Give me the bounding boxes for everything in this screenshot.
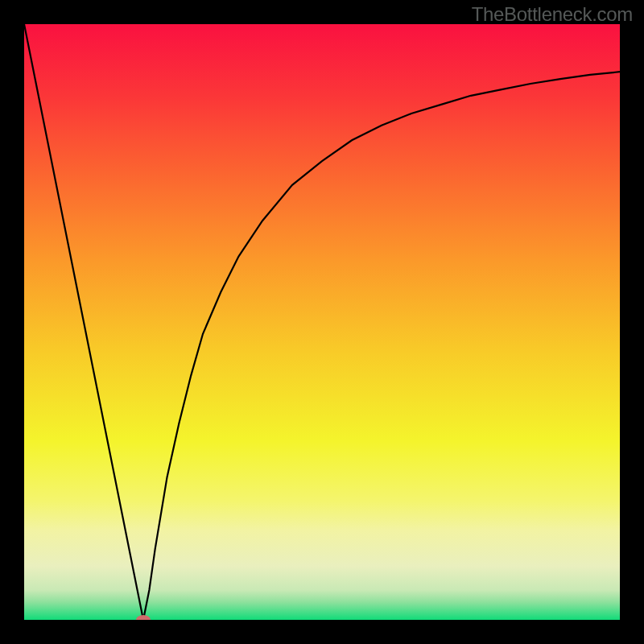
curve-path	[24, 24, 620, 620]
watermark-text: TheBottleneck.com	[472, 3, 633, 26]
bottleneck-curve	[24, 24, 620, 620]
optimal-point-marker	[136, 615, 151, 620]
plot-area	[24, 24, 620, 620]
chart-frame: TheBottleneck.com	[0, 0, 644, 644]
